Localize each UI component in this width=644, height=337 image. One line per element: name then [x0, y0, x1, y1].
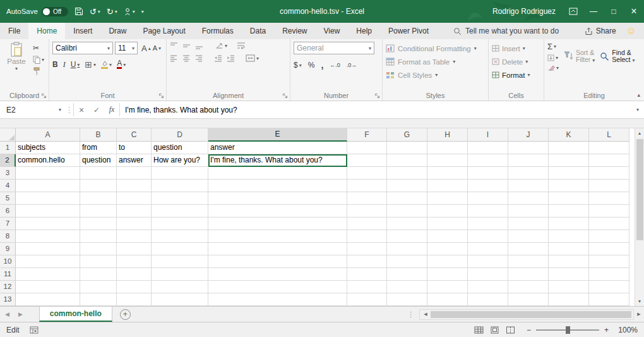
autosum-dropdown-icon[interactable]: ▾: [554, 44, 556, 49]
clear-button[interactable]: ▾: [547, 64, 559, 71]
tab-insert[interactable]: Insert: [65, 23, 100, 39]
cell-H4[interactable]: [427, 180, 468, 192]
cell-K13[interactable]: [549, 293, 589, 306]
cell-H10[interactable]: [427, 255, 468, 268]
cell-A4[interactable]: [16, 180, 80, 192]
row-header-6[interactable]: 6: [0, 205, 16, 218]
cell-I3[interactable]: [468, 167, 508, 180]
copy-button[interactable]: ▾: [33, 56, 44, 64]
cell-C11[interactable]: [117, 268, 152, 281]
cell-K7[interactable]: [549, 218, 589, 230]
copy-dropdown-icon[interactable]: ▾: [42, 57, 44, 63]
cell-G12[interactable]: [387, 281, 427, 293]
tab-formulas[interactable]: Formulas: [194, 23, 242, 39]
cell-A12[interactable]: [16, 281, 80, 293]
cell-J7[interactable]: [508, 218, 549, 230]
cell-B8[interactable]: [80, 230, 117, 243]
cell-L8[interactable]: [589, 230, 629, 243]
fill-dropdown-icon[interactable]: ▾: [556, 55, 558, 61]
cell-B1[interactable]: from: [80, 142, 117, 154]
align-left-button[interactable]: [170, 54, 178, 62]
autosave-pill[interactable]: Off: [42, 7, 68, 16]
cell-K11[interactable]: [549, 268, 589, 281]
tab-review[interactable]: Review: [274, 23, 315, 39]
cell-F8[interactable]: [347, 230, 387, 243]
cell-E9[interactable]: [208, 243, 347, 255]
font-color-button[interactable]: A▾: [117, 60, 126, 69]
vertical-scrollbar-thumb[interactable]: [636, 139, 643, 240]
normal-view-button[interactable]: [472, 324, 486, 336]
cell-H1[interactable]: [427, 142, 468, 154]
cell-B3[interactable]: [80, 167, 117, 180]
cell-D11[interactable]: [152, 268, 208, 281]
row-header-12[interactable]: 12: [0, 281, 16, 293]
cell-J3[interactable]: [508, 167, 549, 180]
cell-B12[interactable]: [80, 281, 117, 293]
cell-H6[interactable]: [427, 205, 468, 218]
feedback-smiley-icon[interactable]: ☺: [626, 23, 636, 39]
minimize-button[interactable]: —: [583, 0, 604, 23]
tab-help[interactable]: Help: [348, 23, 380, 39]
cell-I5[interactable]: [468, 192, 508, 205]
cell-B4[interactable]: [80, 180, 117, 192]
align-right-button[interactable]: [195, 54, 203, 62]
delete-dropdown-icon[interactable]: ▾: [525, 59, 528, 64]
cell-C3[interactable]: [117, 167, 152, 180]
cell-G9[interactable]: [387, 243, 427, 255]
cell-J1[interactable]: [508, 142, 549, 154]
cell-C9[interactable]: [117, 243, 152, 255]
cell-E12[interactable]: [208, 281, 347, 293]
underline-button[interactable]: U▾: [71, 60, 80, 69]
name-box-dropdown-icon[interactable]: ▾: [54, 101, 66, 118]
underline-dropdown-icon[interactable]: ▾: [77, 62, 80, 68]
tab-view[interactable]: View: [316, 23, 349, 39]
scroll-right-icon[interactable]: ▶: [634, 312, 644, 317]
find-select-button[interactable]: Find &Select ▾: [600, 42, 635, 71]
cell-B5[interactable]: [80, 192, 117, 205]
cell-E10[interactable]: [208, 255, 347, 268]
cell-I10[interactable]: [468, 255, 508, 268]
decrease-font-size-button[interactable]: A▾: [153, 44, 161, 52]
increase-decimal-button[interactable]: ←.0: [330, 62, 340, 68]
undo-dropdown-icon[interactable]: ▾: [98, 9, 100, 15]
cell-H12[interactable]: [427, 281, 468, 293]
cell-B10[interactable]: [80, 255, 117, 268]
cell-K5[interactable]: [549, 192, 589, 205]
cell-F4[interactable]: [347, 180, 387, 192]
horizontal-scrollbar-thumb[interactable]: [431, 311, 631, 318]
format-as-table-button[interactable]: Format as Table ▾: [386, 55, 485, 68]
cell-I6[interactable]: [468, 205, 508, 218]
cell-C6[interactable]: [117, 205, 152, 218]
cell-C5[interactable]: [117, 192, 152, 205]
fill-color-button[interactable]: ▾: [101, 61, 112, 69]
cell-D12[interactable]: [152, 281, 208, 293]
macro-record-button[interactable]: [30, 326, 39, 334]
column-header-C[interactable]: C: [117, 128, 152, 142]
row-header-13[interactable]: 13: [0, 293, 16, 306]
cell-E7[interactable]: [208, 218, 347, 230]
account-name[interactable]: Rodrigo Rodriguez: [492, 7, 556, 16]
conditional-formatting-button[interactable]: Conditional Formatting ▾: [386, 42, 485, 55]
insert-dropdown-icon[interactable]: ▾: [523, 46, 525, 51]
ribbon-display-options-button[interactable]: [563, 0, 583, 23]
cell-H2[interactable]: [427, 154, 468, 167]
cell-J5[interactable]: [508, 192, 549, 205]
decrease-indent-button[interactable]: [214, 54, 222, 62]
zoom-level[interactable]: 100%: [615, 326, 638, 334]
cell-D10[interactable]: [152, 255, 208, 268]
cell-I12[interactable]: [468, 281, 508, 293]
redo-dropdown-icon[interactable]: ▾: [115, 9, 117, 15]
horizontal-scrollbar[interactable]: ◀: [419, 309, 634, 320]
cell-E8[interactable]: [208, 230, 347, 243]
conditional-formatting-dropdown-icon[interactable]: ▾: [474, 46, 477, 51]
column-header-H[interactable]: H: [427, 128, 468, 142]
cell-E5[interactable]: [208, 192, 347, 205]
cell-C13[interactable]: [117, 293, 152, 306]
cell-F10[interactable]: [347, 255, 387, 268]
insert-function-button[interactable]: fx: [104, 101, 119, 118]
cell-E3[interactable]: [208, 167, 347, 180]
cell-E11[interactable]: [208, 268, 347, 281]
expand-formula-bar-icon[interactable]: ▾: [631, 101, 644, 118]
cell-I9[interactable]: [468, 243, 508, 255]
cell-G3[interactable]: [387, 167, 427, 180]
